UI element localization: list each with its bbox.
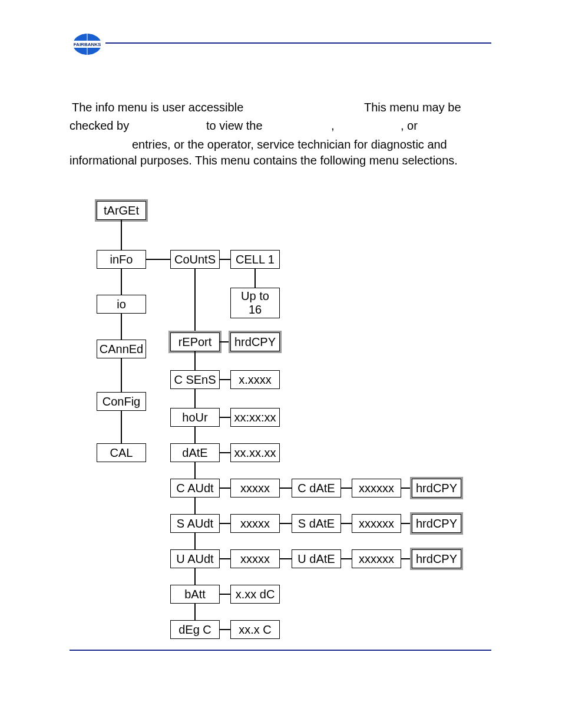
- connector: [280, 487, 292, 489]
- node-target: tArGEt: [97, 201, 146, 220]
- node-sdate-value: xxxxxx: [352, 514, 401, 533]
- node-upto16: Up to 16: [230, 288, 280, 318]
- connector: [220, 487, 230, 489]
- connector: [280, 523, 292, 524]
- node-hrdcpy: hrdCPY: [412, 479, 461, 498]
- node-canned: CAnnEd: [97, 340, 146, 358]
- connector: [121, 220, 122, 250]
- connector: [401, 558, 412, 559]
- page: FAIRBANKS The info menu is user accessib…: [0, 0, 562, 728]
- node-hrdcpy: hrdCPY: [230, 332, 280, 351]
- connector: [220, 259, 230, 260]
- connector: [194, 568, 196, 585]
- node-hour: hoUr: [170, 408, 220, 427]
- node-hour-value: xx:xx:xx: [230, 408, 280, 427]
- connector: [121, 269, 122, 295]
- node-config: ConFig: [97, 392, 146, 411]
- connector: [194, 269, 196, 332]
- connector: [220, 558, 230, 559]
- connector: [220, 629, 230, 630]
- connector: [194, 498, 196, 514]
- connector: [220, 379, 230, 380]
- connector: [220, 341, 230, 342]
- connector: [254, 269, 256, 288]
- connector: [194, 604, 196, 620]
- connector: [121, 358, 122, 392]
- connector: [341, 523, 352, 524]
- connector: [121, 411, 122, 443]
- node-caudt-value: xxxxx: [230, 479, 280, 498]
- node-uaudt: U AUdt: [170, 549, 220, 568]
- node-saudt: S AUdt: [170, 514, 220, 533]
- node-hrdcpy: hrdCPY: [412, 514, 461, 533]
- node-io: io: [97, 295, 146, 314]
- node-date: dAtE: [170, 443, 220, 462]
- connector: [194, 351, 196, 370]
- connector: [220, 523, 230, 524]
- node-udate: U dAtE: [292, 549, 341, 568]
- menu-diagram: tArGEt inFo io CAnnEd ConFig CAL CoUntS …: [0, 0, 562, 648]
- node-report: rEPort: [170, 332, 220, 351]
- connector: [401, 487, 412, 489]
- node-saudt-value: xxxxx: [230, 514, 280, 533]
- node-cal: CAL: [97, 443, 146, 462]
- node-csens: C SEnS: [170, 370, 220, 389]
- node-sdate: S dAtE: [292, 514, 341, 533]
- connector: [341, 487, 352, 489]
- node-info: inFo: [97, 250, 146, 269]
- node-udate-value: xxxxxx: [352, 549, 401, 568]
- connector: [146, 259, 170, 260]
- node-cdate-value: xxxxxx: [352, 479, 401, 498]
- node-cell1: CELL 1: [230, 250, 280, 269]
- connector: [280, 558, 292, 559]
- node-degc-value: xx.x C: [230, 620, 280, 639]
- connector: [341, 558, 352, 559]
- connector: [194, 427, 196, 443]
- node-hrdcpy: hrdCPY: [412, 549, 461, 568]
- connector: [220, 417, 230, 418]
- node-date-value: xx.xx.xx: [230, 443, 280, 462]
- node-batt: bAtt: [170, 585, 220, 604]
- node-degc: dEg C: [170, 620, 220, 639]
- connector: [401, 523, 412, 524]
- connector: [194, 533, 196, 549]
- connector: [194, 389, 196, 408]
- connector: [220, 594, 230, 595]
- node-caudt: C AUdt: [170, 479, 220, 498]
- footer-rule: [70, 650, 491, 651]
- node-counts: CoUntS: [170, 250, 220, 269]
- connector: [121, 314, 122, 340]
- connector: [220, 452, 230, 453]
- node-csens-value: x.xxxx: [230, 370, 280, 389]
- node-uaudt-value: xxxxx: [230, 549, 280, 568]
- node-batt-value: x.xx dC: [230, 585, 280, 604]
- node-cdate: C dAtE: [292, 479, 341, 498]
- connector: [194, 462, 196, 479]
